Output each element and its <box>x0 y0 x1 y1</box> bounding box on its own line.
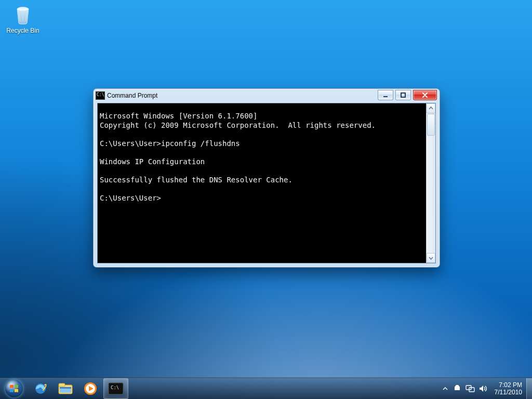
file-explorer-icon <box>58 382 73 395</box>
vertical-scrollbar[interactable] <box>426 103 435 263</box>
svg-rect-5 <box>59 383 65 387</box>
svg-text:C:\: C:\ <box>111 385 119 390</box>
clock[interactable]: 7:02 PM 7/11/2010 <box>490 381 526 396</box>
chevron-up-icon <box>443 386 448 391</box>
svg-rect-7 <box>60 387 71 389</box>
taskbar-item-cmd[interactable]: C:\ <box>103 378 128 399</box>
action-center-icon[interactable] <box>453 384 461 393</box>
volume-icon[interactable] <box>479 385 487 392</box>
taskbar-item-ie[interactable] <box>29 379 52 398</box>
desktop[interactable]: Recycle Bin Command Prompt Microsoft Win… <box>0 0 532 399</box>
recycle-bin-icon <box>11 3 34 26</box>
window-client-area: Microsoft Windows [Version 6.1.7600] Cop… <box>97 103 436 263</box>
tray-overflow-button[interactable] <box>441 379 450 398</box>
cmd-icon <box>96 91 105 100</box>
scroll-down-button[interactable] <box>427 253 435 263</box>
media-player-icon <box>83 381 98 396</box>
maximize-icon <box>401 92 406 98</box>
taskbar-item-explorer[interactable] <box>54 379 77 398</box>
chevron-down-icon <box>429 256 433 260</box>
maximize-button[interactable] <box>395 90 411 100</box>
window-title: Command Prompt <box>107 92 157 99</box>
show-desktop-button[interactable] <box>526 378 532 399</box>
taskbar-item-media-player[interactable] <box>78 379 102 398</box>
network-icon[interactable] <box>466 385 475 392</box>
svg-point-0 <box>17 7 29 10</box>
clock-time: 7:02 PM <box>495 381 522 389</box>
windows-logo-icon <box>9 383 19 394</box>
minimize-icon <box>383 92 388 98</box>
scrollbar-thumb[interactable] <box>427 114 435 136</box>
chevron-up-icon <box>429 106 433 111</box>
terminal-output[interactable]: Microsoft Windows [Version 6.1.7600] Cop… <box>98 111 426 256</box>
start-button[interactable] <box>0 378 28 399</box>
clock-date: 7/11/2010 <box>495 389 522 396</box>
desktop-icon-recycle-bin[interactable]: Recycle Bin <box>3 3 43 34</box>
svg-rect-1 <box>383 96 388 97</box>
taskbar[interactable]: C:\ 7:02 PM 7/11/2010 <box>0 378 532 399</box>
close-icon <box>422 92 428 98</box>
command-prompt-window[interactable]: Command Prompt Microsoft Windows [Versio… <box>93 88 440 268</box>
svg-rect-2 <box>401 93 405 97</box>
titlebar[interactable]: Command Prompt <box>94 89 440 102</box>
close-button[interactable] <box>413 90 437 100</box>
minimize-button[interactable] <box>378 90 393 100</box>
internet-explorer-icon <box>33 381 48 396</box>
command-prompt-icon: C:\ <box>108 382 124 395</box>
desktop-icon-label: Recycle Bin <box>3 27 43 34</box>
scroll-up-button[interactable] <box>427 103 435 113</box>
scrollbar-track[interactable] <box>427 136 435 253</box>
